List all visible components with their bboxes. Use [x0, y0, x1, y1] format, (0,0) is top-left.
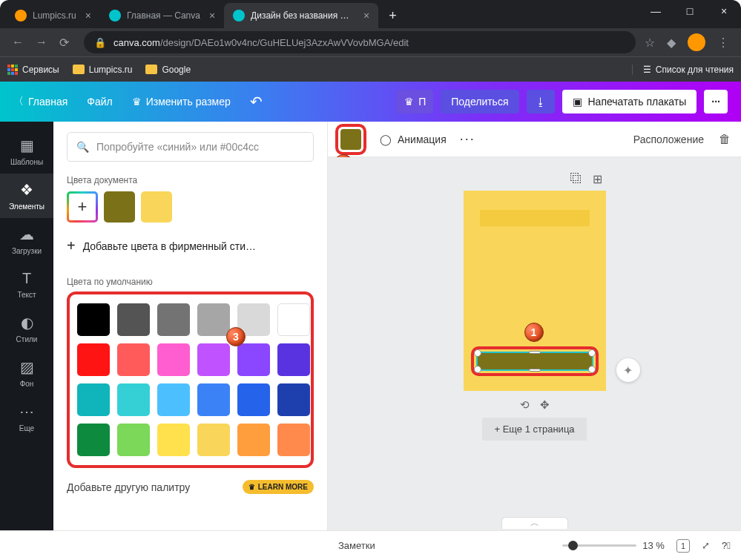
add-color-button[interactable]: +: [67, 191, 98, 223]
palette-swatch[interactable]: [117, 424, 150, 456]
animation-button[interactable]: ◯ Анимация: [380, 134, 447, 145]
apps-button[interactable]: Сервисы: [7, 65, 59, 75]
selected-shape[interactable]: [476, 352, 593, 371]
palette-swatch[interactable]: [277, 424, 310, 456]
palette-swatch[interactable]: [237, 424, 270, 456]
undo-button[interactable]: ↶: [250, 93, 263, 111]
palette-swatch[interactable]: [157, 343, 190, 376]
slider-thumb[interactable]: [568, 541, 578, 550]
palette-swatch[interactable]: [117, 303, 150, 336]
resize-handle[interactable]: [474, 349, 481, 357]
print-button[interactable]: ▣Напечатать плакаты: [562, 90, 697, 113]
learn-more-badge[interactable]: ♛LEARN MORE: [243, 480, 314, 494]
duplicate-page-icon[interactable]: ⿻: [570, 172, 582, 186]
close-window-button[interactable]: ×: [707, 0, 741, 22]
rail-background[interactable]: ▨Фон: [0, 351, 53, 395]
doc-color-swatch[interactable]: [141, 191, 172, 223]
move-icon[interactable]: ✥: [540, 398, 550, 412]
animation-icon: ◯: [380, 134, 392, 145]
palette-swatch[interactable]: [197, 303, 230, 336]
palette-swatch[interactable]: [157, 383, 190, 416]
sync-icon[interactable]: ⟲: [520, 398, 530, 412]
bookmark-item[interactable]: Google: [145, 65, 191, 75]
back-button[interactable]: ←: [12, 36, 24, 50]
rail-more[interactable]: ⋯Еще: [0, 395, 53, 440]
fullscreen-icon[interactable]: ⤢: [702, 540, 710, 551]
palette-swatch[interactable]: [157, 303, 190, 336]
palette-swatch[interactable]: [77, 303, 110, 336]
add-brand-colors[interactable]: + Добавьте цвета в фирменный сти…: [67, 237, 314, 254]
resize-handle[interactable]: [474, 366, 481, 373]
close-icon[interactable]: ×: [85, 10, 91, 22]
bookmark-item[interactable]: Lumpics.ru: [73, 65, 133, 75]
help-icon[interactable]: ?⃝: [722, 540, 731, 551]
kebab-icon[interactable]: ⋮: [717, 36, 729, 50]
resize-handle[interactable]: [529, 351, 541, 354]
resize-handle[interactable]: [588, 349, 596, 357]
close-icon[interactable]: ×: [363, 10, 369, 22]
browser-tab[interactable]: Главная — Canva ×: [100, 3, 224, 28]
list-icon: ☰: [643, 65, 651, 75]
file-menu[interactable]: Файл: [87, 96, 112, 108]
download-button[interactable]: ⭳: [527, 90, 555, 113]
home-button[interactable]: 〈Главная: [13, 95, 67, 108]
extension-icon[interactable]: ◆: [667, 36, 676, 50]
rail-elements[interactable]: ❖Элементы: [0, 174, 53, 218]
poster-page[interactable]: 1 ✦: [464, 191, 606, 391]
rail-text[interactable]: TТекст: [0, 263, 53, 306]
palette-swatch[interactable]: [117, 383, 150, 416]
forward-button[interactable]: →: [36, 36, 47, 50]
palette-swatch[interactable]: [277, 303, 310, 336]
palette-swatch[interactable]: [157, 424, 190, 456]
resize-handle[interactable]: [529, 369, 541, 372]
notes-button[interactable]: Заметки: [338, 540, 375, 551]
browser-tab[interactable]: Дизайн без названия — Плака ×: [224, 3, 378, 28]
collapse-pages-button[interactable]: ︿: [501, 517, 568, 529]
add-palette-button[interactable]: Добавьте другую палитру: [67, 481, 190, 493]
doc-color-swatch[interactable]: [104, 191, 135, 223]
add-page-icon[interactable]: ⊞: [593, 172, 602, 186]
trash-icon[interactable]: 🗑: [719, 133, 731, 146]
profile-avatar[interactable]: [688, 33, 705, 51]
zoom-slider[interactable]: 13 %: [562, 540, 665, 551]
reload-button[interactable]: ⟳: [59, 36, 69, 50]
palette-swatch[interactable]: [197, 383, 230, 416]
maximize-button[interactable]: □: [673, 0, 707, 22]
rail-styles[interactable]: ◐Стили: [0, 306, 53, 351]
resize-handle[interactable]: [588, 366, 596, 373]
new-tab-button[interactable]: +: [378, 8, 407, 24]
tab-title: Lumpics.ru: [33, 10, 76, 21]
url-input[interactable]: 🔒 canva.com/design/DAEo1w0v4nc/GuHELUej3…: [84, 31, 636, 53]
pro-badge[interactable]: ♛П: [397, 90, 433, 113]
palette-swatch[interactable]: [237, 383, 270, 416]
star-icon[interactable]: ☆: [645, 36, 655, 50]
palette-swatch[interactable]: [117, 343, 150, 376]
reading-list-button[interactable]: ☰Список для чтения: [632, 65, 734, 75]
palette-swatch[interactable]: [77, 383, 110, 416]
color-search-input[interactable]: 🔍 Попробуйте «синий» или #00c4cc: [67, 132, 314, 162]
browser-tab[interactable]: Lumpics.ru ×: [6, 3, 100, 28]
more-button[interactable]: ···: [704, 90, 728, 113]
palette-swatch[interactable]: [197, 424, 230, 456]
rail-uploads[interactable]: ☁Загрузки: [0, 218, 53, 263]
url-path: /design/DAEo1w0v4nc/GuHELUej3AzxAwVVovbM…: [160, 37, 409, 48]
toolbar-more[interactable]: ···: [460, 131, 475, 147]
palette-swatch[interactable]: [77, 343, 110, 376]
resize-button[interactable]: ♛Изменить размер: [132, 96, 231, 108]
palette-swatch[interactable]: [197, 343, 230, 376]
palette-swatch[interactable]: [277, 343, 310, 376]
palette-swatch[interactable]: [237, 343, 270, 376]
position-button[interactable]: Расположение: [633, 134, 704, 145]
share-button[interactable]: Поделиться: [441, 90, 518, 113]
rail-templates[interactable]: ▦Шаблоны: [0, 129, 53, 174]
close-icon[interactable]: ×: [209, 10, 215, 22]
page-list-icon[interactable]: 1: [676, 539, 690, 553]
canvas-stage[interactable]: ⿻ ⊞ 1: [328, 157, 741, 530]
minimize-button[interactable]: —: [639, 0, 673, 22]
shape-element[interactable]: [480, 210, 590, 226]
quick-action-button[interactable]: ✦: [616, 358, 640, 382]
fill-color-button[interactable]: [340, 129, 361, 150]
palette-swatch[interactable]: [77, 424, 110, 456]
palette-swatch[interactable]: [277, 383, 310, 416]
add-page-button[interactable]: + Еще 1 страница: [482, 418, 586, 441]
